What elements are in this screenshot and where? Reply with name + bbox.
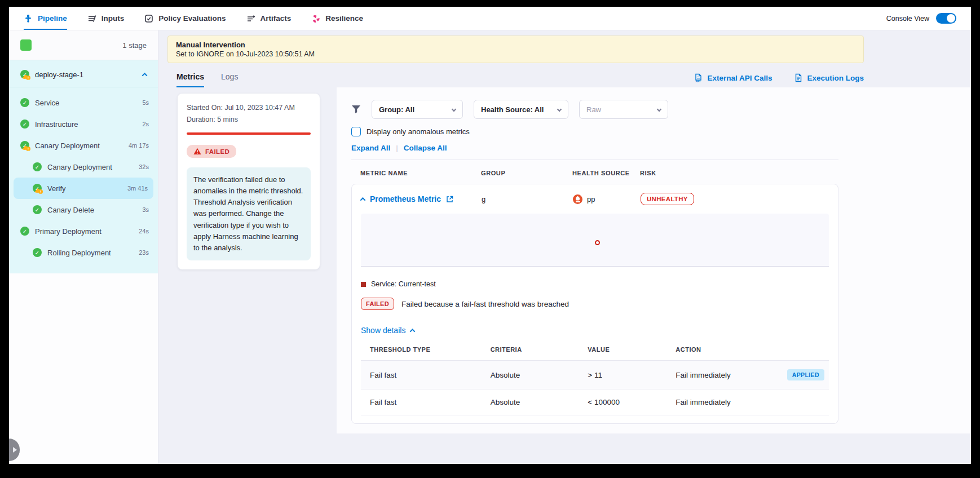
execution-logs-label: Execution Logs — [807, 74, 864, 82]
cell-value: < 100000 — [579, 390, 666, 415]
resilience-icon — [311, 14, 320, 23]
link-separator: | — [396, 144, 398, 152]
collapse-all-link[interactable]: Collapse All — [404, 144, 447, 152]
step-duration: 24s — [139, 228, 149, 234]
success-icon: ✓ — [33, 205, 42, 214]
step-duration: 4m 17s — [129, 142, 149, 149]
step-verify[interactable]: ✓! Verify 3m 41s — [14, 178, 153, 199]
failed-message: Failed because a fail-fast threshold was… — [401, 300, 569, 308]
top-navigation: Pipeline Inputs Policy Evaluations Artif… — [9, 7, 971, 30]
external-api-calls-label: External API Calls — [707, 74, 772, 82]
step-primary-deployment[interactable]: ✓ Primary Deployment 24s — [9, 220, 158, 242]
metric-name-link[interactable]: Prometheus Metric — [370, 194, 441, 203]
stage-group-deploy-stage-1[interactable]: ✓! deploy-stage-1 — [9, 60, 158, 87]
nav-tab-artifacts[interactable]: Artifacts — [246, 7, 292, 30]
step-label: Canary Delete — [47, 206, 94, 214]
nav-tab-label: Resilience — [325, 14, 363, 23]
expand-all-link[interactable]: Expand All — [351, 144, 390, 152]
cell-value: > 11 — [579, 361, 666, 390]
raw-filter-placeholder: Raw — [586, 105, 601, 114]
sidebar-empty-area — [9, 273, 158, 464]
step-service[interactable]: ✓ Service 5s — [9, 92, 158, 113]
failed-badge: FAILED — [361, 298, 394, 310]
metric-chart — [361, 214, 829, 267]
warning-success-icon: ✓! — [33, 184, 42, 193]
stage-status-square-icon — [20, 39, 32, 51]
tab-metrics[interactable]: Metrics — [176, 72, 204, 87]
nav-tab-inputs[interactable]: Inputs — [87, 7, 125, 30]
anomalous-metrics-checkbox[interactable] — [351, 127, 361, 136]
nav-tab-resilience[interactable]: Resilience — [311, 7, 363, 30]
success-icon: ✓ — [33, 248, 42, 257]
success-icon: ✓ — [20, 98, 29, 107]
raw-filter-select[interactable]: Raw — [579, 100, 668, 119]
collapse-row-chevron-icon[interactable] — [360, 197, 366, 202]
metric-group-value: g — [482, 195, 573, 203]
policy-check-icon — [144, 14, 153, 23]
chevron-up-icon — [410, 328, 416, 334]
warning-success-icon: ✓! — [20, 70, 29, 79]
verification-summary-card: Started On: Jul 10, 2023 10:47 AM Durati… — [178, 94, 320, 269]
warning-triangle-icon — [193, 148, 201, 155]
failed-status-label: FAILED — [205, 148, 229, 155]
metric-row-card: Prometheus Metric g pp UNHEALTHY — [351, 184, 838, 424]
legend-swatch — [361, 282, 366, 287]
group-filter-value: Group: All — [379, 105, 414, 114]
anomalous-metrics-checkbox-label: Display only anomalous metrics — [367, 127, 470, 136]
step-infrastructure[interactable]: ✓ Infrastructure 2s — [9, 113, 158, 135]
th-action: ACTION — [666, 339, 778, 361]
cell-threshold-type: Fail fast — [361, 361, 482, 390]
content-tabs-row: Metrics Logs API External API Calls Exec… — [176, 72, 864, 87]
metric-row: Prometheus Metric g pp UNHEALTHY — [352, 184, 838, 214]
nav-tab-label: Artifacts — [261, 14, 292, 23]
col-risk: RISK — [640, 170, 829, 176]
external-link-icon[interactable] — [446, 196, 453, 203]
show-details-link[interactable]: Show details — [361, 326, 829, 335]
anomalous-data-point[interactable] — [595, 240, 600, 245]
cell-threshold-type: Fail fast — [361, 390, 482, 415]
step-label: Canary Deployment — [35, 141, 100, 150]
stage-group-label: deploy-stage-1 — [35, 70, 83, 79]
nav-tab-label: Policy Evaluations — [158, 14, 226, 23]
tab-logs[interactable]: Logs — [221, 72, 238, 87]
pipeline-icon — [24, 14, 33, 23]
col-health-source: HEALTH SOURCE — [572, 170, 640, 176]
health-source-value: pp — [587, 195, 595, 203]
duration-text: Duration: 5 mins — [187, 116, 311, 123]
failed-status-badge: FAILED — [187, 145, 236, 158]
nav-tab-policy-evaluations[interactable]: Policy Evaluations — [144, 7, 226, 30]
step-canary-deployment[interactable]: ✓ Canary Deployment 32s — [9, 156, 158, 178]
app-window: Pipeline Inputs Policy Evaluations Artif… — [9, 7, 971, 464]
risk-unhealthy-badge: UNHEALTHY — [641, 193, 694, 205]
step-rolling-deployment[interactable]: ✓ Rolling Deployment 23s — [9, 242, 158, 263]
nav-tab-pipeline[interactable]: Pipeline — [24, 7, 67, 30]
artifacts-icon — [246, 14, 255, 23]
col-group: GROUP — [481, 170, 572, 176]
show-details-label: Show details — [361, 326, 405, 335]
filter-icon — [351, 105, 361, 114]
right-arrow-icon — [13, 447, 17, 453]
health-source-filter-select[interactable]: Health Source: All — [474, 100, 568, 119]
banner-title: Manual Intervention — [176, 41, 855, 49]
step-label: Verify — [47, 184, 66, 193]
step-duration: 3m 41s — [127, 185, 148, 192]
metrics-filter-row: Group: All Health Source: All Raw — [351, 100, 838, 119]
chevron-up-icon[interactable] — [142, 72, 148, 78]
chart-legend: Service: Current-test — [361, 280, 829, 288]
health-source-filter-value: Health Source: All — [481, 105, 544, 114]
external-api-calls-link[interactable]: API External API Calls — [694, 73, 772, 82]
step-canary-delete[interactable]: ✓ Canary Delete 3s — [9, 199, 158, 220]
step-canary-deployment-group[interactable]: ✓! Canary Deployment 4m 17s — [9, 135, 158, 156]
step-label: Primary Deployment — [35, 227, 101, 236]
success-icon: ✓ — [33, 162, 42, 171]
nav-tab-label: Pipeline — [38, 14, 67, 23]
inputs-icon — [87, 14, 96, 23]
prometheus-icon — [573, 194, 582, 204]
success-icon: ✓ — [20, 119, 29, 129]
execution-logs-link[interactable]: Execution Logs — [794, 73, 864, 82]
execution-logs-icon — [794, 73, 802, 82]
metric-expanded-detail: Service: Current-test FAILED Failed beca… — [352, 214, 838, 423]
stage-tree: ✓! deploy-stage-1 ✓ Service 5s ✓ Infrast… — [9, 60, 158, 273]
console-view-toggle[interactable] — [936, 13, 956, 24]
group-filter-select[interactable]: Group: All — [372, 100, 463, 119]
